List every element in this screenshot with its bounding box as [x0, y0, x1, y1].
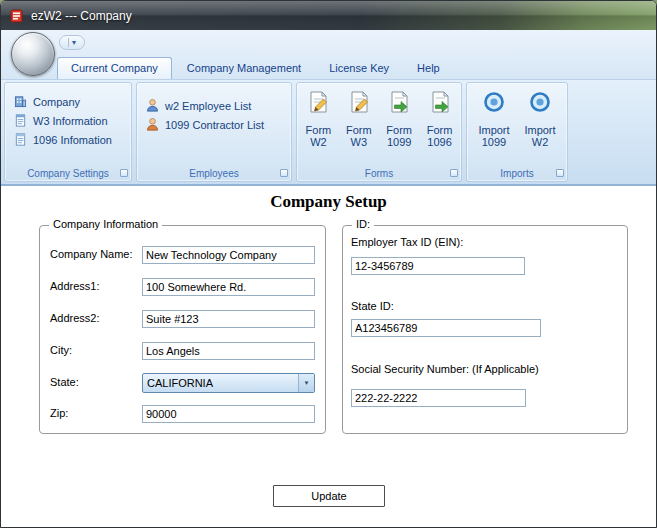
dialog-launcher-icon[interactable] [450, 169, 458, 177]
group-label: Forms [365, 168, 393, 179]
button-label-line1: Form [346, 124, 372, 136]
groupbox-legend: ID: [352, 218, 374, 230]
import-1099-button[interactable]: Import 1099 [475, 88, 513, 148]
state-id-label: State ID: [351, 300, 394, 312]
page-title: Company Setup [1, 186, 656, 212]
company-information-groupbox: Company Information Company Name: Addres… [39, 225, 326, 434]
address2-input[interactable] [142, 310, 315, 328]
group-footer-employees: Employees [137, 166, 291, 181]
button-label-line2: 1096 [427, 136, 451, 148]
dialog-launcher-icon[interactable] [120, 169, 128, 177]
ribbon-chrome: ▾ Current Company Company Management Lic… [1, 30, 656, 80]
title-bar: ezW2 --- Company [1, 1, 656, 30]
button-label-line2: W3 [351, 136, 368, 148]
button-label-line1: Form [306, 124, 332, 136]
ein-input[interactable] [351, 257, 525, 275]
import-1099-icon [482, 90, 506, 114]
state-id-input[interactable] [351, 319, 541, 337]
button-label-line1: Form [427, 124, 453, 136]
button-label-line2: 1099 [482, 136, 506, 148]
qat-dropdown-icon[interactable]: ▾ [72, 39, 76, 47]
company-name-label: Company Name: [50, 248, 133, 260]
group-label: Company Settings [27, 168, 109, 179]
window-title: ezW2 --- Company [31, 9, 132, 23]
quick-access-toolbar[interactable]: ▾ [59, 35, 85, 50]
form-w3-button[interactable]: Form W3 [340, 88, 378, 148]
group-footer-imports: Imports [467, 166, 567, 181]
import-w2-button[interactable]: Import W2 [521, 88, 559, 148]
application-menu-orb[interactable] [11, 32, 55, 76]
group-label: Employees [189, 168, 238, 179]
ribbon-item-1099-contractor-list[interactable]: 1099 Contractor List [137, 115, 291, 134]
button-label-line2: 1099 [387, 136, 411, 148]
ribbon-item-1096-information[interactable]: 1096 Infomation [5, 130, 131, 149]
form-w2-pencil-icon [306, 90, 330, 114]
update-button[interactable]: Update [273, 485, 385, 507]
company-building-icon [13, 94, 28, 109]
ssn-input[interactable] [351, 389, 526, 407]
group-footer-company-settings: Company Settings [5, 166, 131, 181]
ribbon: Company W3 Information [1, 80, 656, 186]
dialog-launcher-icon[interactable] [280, 169, 288, 177]
button-label-line1: Import [478, 124, 509, 136]
group-company-settings: Company W3 Information [4, 82, 132, 182]
main-content: Company Setup Company Information Compan… [1, 186, 656, 527]
button-label-line2: W2 [310, 136, 327, 148]
w3-form-icon [13, 113, 28, 128]
ribbon-item-label: 1096 Infomation [33, 134, 112, 146]
form-w3-pencil-icon [347, 90, 371, 114]
form-1099-button[interactable]: Form 1099 [380, 88, 418, 148]
ribbon-item-w3-information[interactable]: W3 Information [5, 111, 131, 130]
app-window: ezW2 --- Company ▾ Current Company Compa… [0, 0, 657, 528]
tab-company-management[interactable]: Company Management [174, 58, 314, 79]
group-imports: Import 1099 Import W2 Imports [466, 82, 568, 182]
button-label-line1: Form [386, 124, 412, 136]
ribbon-item-company[interactable]: Company [5, 92, 131, 111]
ribbon-item-label: w2 Employee List [165, 100, 251, 112]
ribbon-item-label: Company [33, 96, 80, 108]
ribbon-item-label: 1099 Contractor List [165, 119, 264, 131]
form-1096-button[interactable]: Form 1096 [421, 88, 459, 148]
group-forms: Form W2 Form W3 [296, 82, 462, 182]
app-icon [9, 8, 25, 24]
ribbon-item-w2-employee-list[interactable]: w2 Employee List [137, 96, 291, 115]
ribbon-tabs: Current Company Company Management Licen… [57, 56, 453, 79]
dialog-launcher-icon[interactable] [556, 169, 564, 177]
id-groupbox: ID: Employer Tax ID (EIN): State ID: Soc… [342, 225, 628, 434]
city-input[interactable] [142, 342, 315, 360]
combo-dropdown-icon[interactable]: ▼ [298, 374, 314, 392]
tab-current-company[interactable]: Current Company [57, 57, 172, 79]
button-label-line1: Import [524, 124, 555, 136]
ribbon-item-label: W3 Information [33, 115, 108, 127]
form-w2-button[interactable]: Form W2 [299, 88, 337, 148]
address2-label: Address2: [50, 312, 100, 324]
group-footer-forms: Forms [297, 166, 461, 181]
company-name-input[interactable] [142, 246, 315, 264]
state-label: State: [50, 376, 79, 388]
import-w2-icon [528, 90, 552, 114]
ssn-label: Social Security Number: (If Applicable) [351, 363, 539, 375]
zip-input[interactable] [142, 405, 315, 423]
form-1096-arrow-icon [428, 90, 452, 114]
contractor-person-icon [145, 117, 160, 132]
group-label: Imports [500, 168, 533, 179]
ein-label: Employer Tax ID (EIN): [351, 236, 463, 248]
state-select-value: CALIFORNIA [143, 374, 298, 392]
form-1096-icon [13, 132, 28, 147]
group-employees: w2 Employee List 1099 Contractor List Em… [136, 82, 292, 182]
tab-help[interactable]: Help [404, 58, 453, 79]
zip-label: Zip: [50, 407, 68, 419]
address1-input[interactable] [142, 278, 315, 296]
tab-license-key[interactable]: License Key [316, 58, 402, 79]
address1-label: Address1: [50, 280, 100, 292]
button-label-line2: W2 [532, 136, 549, 148]
qat-separator [68, 38, 69, 47]
groupbox-legend: Company Information [49, 218, 162, 230]
form-1099-arrow-icon [387, 90, 411, 114]
employee-person-icon [145, 98, 160, 113]
state-select[interactable]: CALIFORNIA ▼ [142, 373, 315, 393]
city-label: City: [50, 344, 72, 356]
